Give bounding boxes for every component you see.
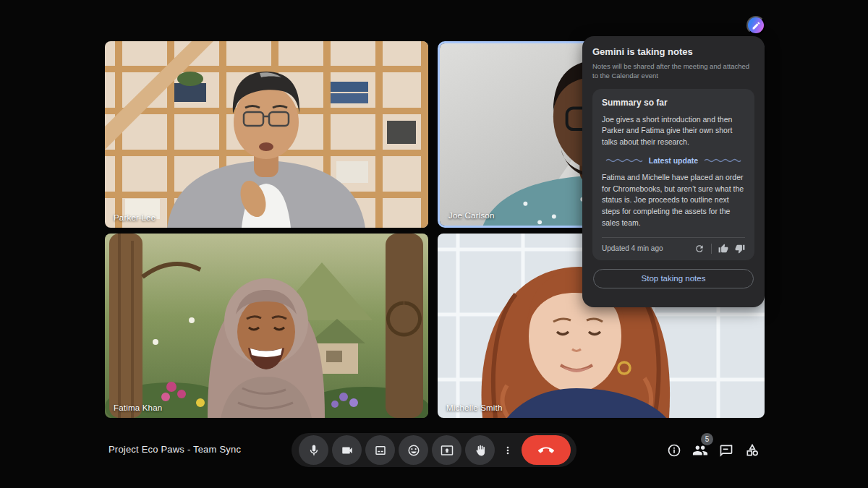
meeting-details-cluster: 5 (664, 438, 762, 463)
summary-footer: Updated 4 min ago (602, 237, 745, 260)
present-icon (441, 444, 454, 457)
end-call-button[interactable] (522, 435, 571, 465)
stop-taking-notes-button[interactable]: Stop taking notes (593, 269, 754, 288)
participant-name-label: Parker Lee (114, 213, 156, 222)
reactions-icon (407, 444, 420, 457)
captions-icon (374, 444, 387, 457)
end-call-icon (538, 442, 554, 458)
updated-timestamp: Updated 4 min ago (602, 244, 663, 252)
meet-window: Parker Lee (0, 0, 868, 488)
captions-button[interactable] (365, 435, 395, 465)
raise-hand-button[interactable] (465, 435, 495, 465)
call-controls-toolbar (292, 433, 576, 467)
footer-divider (711, 244, 712, 254)
activities-button[interactable] (742, 438, 762, 463)
info-icon (667, 443, 681, 458)
parker-video-art (105, 41, 428, 228)
camera-button[interactable] (332, 435, 362, 465)
squiggle-left (605, 158, 643, 163)
squiggle-right (704, 158, 741, 163)
participant-count-badge: 5 (701, 433, 713, 445)
people-button[interactable]: 5 (690, 438, 710, 463)
participant-name-label: Joe Carlson (448, 211, 495, 220)
refresh-button[interactable] (694, 244, 705, 254)
summary-heading: Summary so far (602, 98, 745, 108)
panel-title: Gemini is taking notes (592, 46, 754, 57)
chat-icon (719, 443, 733, 458)
meeting-title: Project Eco Paws - Team Sync (109, 444, 241, 455)
thumb-up-button[interactable] (718, 244, 728, 254)
panel-subtitle: Notes will be shared after the meeting a… (592, 61, 754, 81)
mic-button[interactable] (299, 435, 328, 465)
latest-update-divider: Latest update (602, 156, 745, 165)
gemini-notes-panel: Gemini is taking notes Notes will be sha… (582, 36, 765, 307)
reactions-button[interactable] (399, 435, 428, 465)
present-button[interactable] (432, 435, 461, 465)
fatima-video-art (105, 234, 428, 418)
raise-hand-icon (474, 444, 487, 457)
thumb-up-icon (718, 244, 728, 254)
participant-name-label: Michelle Smith (446, 403, 503, 412)
gemini-pencil-icon (752, 21, 761, 30)
more-vert-icon (502, 445, 514, 456)
thumb-down-icon (735, 244, 745, 254)
chat-button[interactable] (716, 438, 736, 463)
latest-update-label: Latest update (649, 156, 698, 165)
mic-icon (307, 444, 320, 457)
meeting-details-button[interactable] (664, 438, 684, 463)
thumb-down-button[interactable] (735, 244, 745, 254)
activities-icon (745, 443, 760, 458)
camera-icon (341, 444, 354, 457)
video-tile-fatima[interactable]: Fatima Khan (105, 234, 428, 418)
gemini-notes-fab[interactable] (746, 16, 765, 35)
video-tile-parker[interactable]: Parker Lee (105, 41, 428, 228)
participant-name-label: Fatima Khan (114, 403, 162, 412)
refresh-icon (694, 244, 705, 254)
latest-update-text: Fatima and Michelle have placed an order… (602, 172, 745, 229)
more-options-button[interactable] (498, 435, 516, 465)
summary-card: Summary so far Joe gives a short introdu… (592, 89, 754, 260)
summary-text: Joe gives a short introduction and then … (602, 114, 745, 148)
